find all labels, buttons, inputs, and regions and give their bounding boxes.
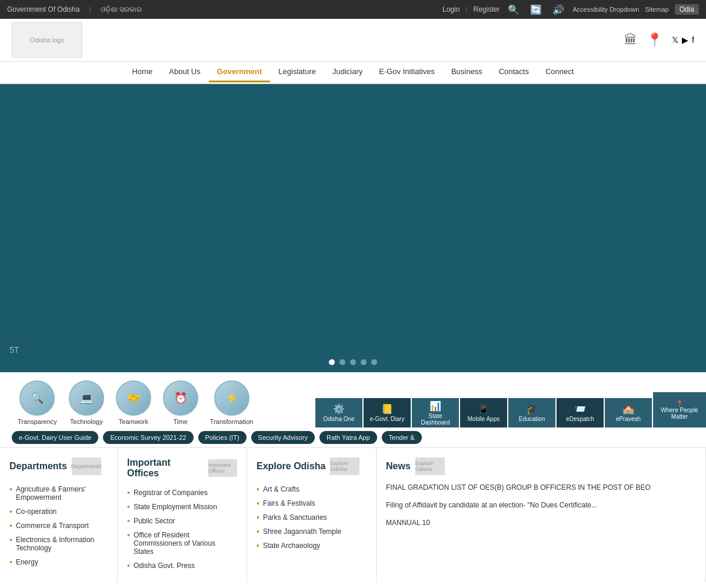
qa-mobile-apps[interactable]: 📱 Mobile Apps [460,398,507,427]
search-icon[interactable]: 🔍 [505,3,522,16]
language-button[interactable]: Odia [675,4,699,15]
login-link[interactable]: Login [442,5,459,14]
dept-item-energy[interactable]: •Energy [9,555,108,569]
header: Odisha logo 🏛 📍 𝕏 ▶ f [0,19,706,62]
time-icon: ⏰ [163,380,198,416]
facebook-icon[interactable]: f [692,35,694,45]
slide-dot-1[interactable] [329,359,335,365]
qa-state-dashboard[interactable]: 📊 State Dashboard [412,398,459,427]
office-item-employment[interactable]: •State Employment Mission [127,500,237,514]
explore-item-jagannath[interactable]: •Shree Jagannath Temple [257,524,367,539]
dept-item-agriculture[interactable]: •Agriculture & Farmers' Empowerment [9,482,108,505]
dept-item-electronics[interactable]: •Electronics & Information Technology [9,533,108,555]
office-item-resident-commissioner[interactable]: •Office of Resident Commissioners of Var… [127,528,237,559]
important-offices-header: Important Offices Important Offices [127,457,237,479]
office-item-public-sector[interactable]: •Public Sector [127,514,237,528]
office-item-registrar[interactable]: •Registrar of Companies [127,486,237,500]
thumb-technology[interactable]: 💻 Technology [63,378,110,427]
location-icon[interactable]: 📍 [647,32,662,48]
nav-about-us[interactable]: About Us [161,62,208,82]
thumb-time[interactable]: ⏰ Time [157,378,204,427]
nav-egov[interactable]: E-Gov Initiatives [371,62,443,82]
thumb-time-label: Time [174,418,188,425]
sitemap-link[interactable]: Sitemap [645,6,668,13]
top-bar-left: Government Of Odisha | ଓଡ଼ିଶା ସରକାର [7,5,433,14]
thumb-transparency[interactable]: 🔍 Transparency [12,378,63,427]
education-box: 🎓 Education [508,398,555,427]
youtube-icon[interactable]: ▶ [682,35,688,45]
nav-judiciary[interactable]: Judiciary [324,62,371,82]
explore-item-fairs[interactable]: •Fairs & Festivals [257,496,367,510]
news-text-3: MANNUAL 10 [386,517,696,528]
explore-item-parks[interactable]: •Parks & Sanctuaries [257,510,367,524]
odisha-one-box: ⚙️ Odisha One [315,398,362,427]
slide-dot-5[interactable] [371,359,377,365]
qa-epravesh[interactable]: 🏫 ePravesh [605,398,652,427]
state-dashboard-icon: 📊 [429,400,441,412]
explore-item-art[interactable]: •Art & Crafts [257,482,367,496]
qa-edespatch[interactable]: 📨 eDespatch [557,398,604,427]
header-icons: 🏛 📍 𝕏 ▶ f [624,32,694,48]
government-building-icon[interactable]: 🏛 [624,32,637,48]
nav-connect[interactable]: Connect [537,62,582,82]
slide-dot-2[interactable] [339,359,345,365]
dept-item-cooperation[interactable]: •Co-operation [9,505,108,519]
nav-contacts[interactable]: Contacts [491,62,537,82]
explore-odisha-image: Explore Odisha [330,457,359,475]
top-bar-right: Login | Register 🔍 🔄 🔊 Accessibility Dro… [442,3,699,16]
thumb-teamwork[interactable]: 🤝 Teamwork [110,378,157,427]
twitter-icon[interactable]: 𝕏 [672,35,678,45]
dept-item-commerce[interactable]: •Commerce & Transport [9,519,108,533]
edespatch-label: eDespatch [566,416,594,422]
site-title: Government Of Odisha [7,5,79,14]
scroll-link-egov-diary[interactable]: e-Govt. Dairy User Guide [12,431,98,444]
scroll-link-policies-it[interactable]: Policies (IT) [198,431,247,444]
odisha-one-icon: ⚙️ [333,403,345,415]
hero-banner: 5T [0,84,706,372]
egovt-diary-icon: 📒 [381,403,393,415]
departments-title: Departments [9,461,67,472]
scroll-links: e-Govt. Dairy User Guide Economic Survey… [0,427,706,447]
news-section: News Explore Odisha FINAL GRADATION LIST… [377,448,706,582]
epravesh-icon: 🏫 [622,403,634,415]
audio-icon[interactable]: 🔊 [550,3,567,16]
scroll-link-economic-survey[interactable]: Economic Survey 2021-22 [103,431,193,444]
odisha-logo: Odisha logo [12,22,82,58]
nav-items: Home About Us Government Legislature Jud… [124,62,582,82]
nav-business[interactable]: Business [443,62,491,82]
explore-item-archaeology[interactable]: •State Archaeology [257,539,367,553]
transformation-icon: ⚡ [214,380,249,416]
slide-dot-3[interactable] [350,359,356,365]
education-icon: 🎓 [526,403,538,415]
register-link[interactable]: Register [473,5,499,14]
translate-icon[interactable]: 🔄 [528,3,544,16]
news-item-3[interactable]: MANNUAL 10 [386,517,696,528]
explore-odisha-title: Explore Odisha [257,461,325,472]
scroll-link-security-advisory[interactable]: Security Advisory [251,431,315,444]
nav-legislature[interactable]: Legislature [270,62,324,82]
mobile-apps-icon: 📱 [478,403,489,415]
thumb-technology-label: Technology [70,418,103,425]
departments-list: •Agriculture & Farmers' Empowerment •Co-… [9,482,108,569]
accessibility-dropdown[interactable]: Accessibility Dropdown [572,6,639,13]
slide-dot-4[interactable] [361,359,367,365]
qa-odisha-one[interactable]: ⚙️ Odisha One [315,398,362,427]
thumbnails-section: 🔍 Transparency 💻 Technology 🤝 Teamwork ⏰… [0,372,706,447]
scroll-link-tender[interactable]: Tender & [382,431,422,444]
slide-label: 5T [9,345,19,355]
departments-section: Departments Departments •Agriculture & F… [0,448,118,582]
odia-text: ଓଡ଼ିଶା ସରକାର [101,5,142,14]
office-item-govt-press[interactable]: •Odisha Govt. Press [127,559,237,573]
nav-home[interactable]: Home [124,62,161,82]
news-item-2[interactable]: Filing of Affidavit by candidate at an e… [386,500,696,510]
bottom-section: Departments Departments •Agriculture & F… [0,447,706,582]
qa-education[interactable]: 🎓 Education [508,398,555,427]
qa-egovt-diary[interactable]: 📒 e-Govt. Diary [364,398,411,427]
news-item-1[interactable]: FINAL GRADATION LIST OF OES(B) GROUP B O… [386,482,696,493]
slide-indicator [329,359,377,365]
nav-government[interactable]: Government [209,62,271,82]
qa-where-people-matter[interactable]: 📍 Where People Matter [653,392,706,427]
scroll-link-rath-yatra[interactable]: Rath Yatra App [319,431,377,444]
thumbnails-row: 🔍 Transparency 💻 Technology 🤝 Teamwork ⏰… [0,378,271,427]
thumb-transformation[interactable]: ⚡ Transformation [204,378,259,427]
